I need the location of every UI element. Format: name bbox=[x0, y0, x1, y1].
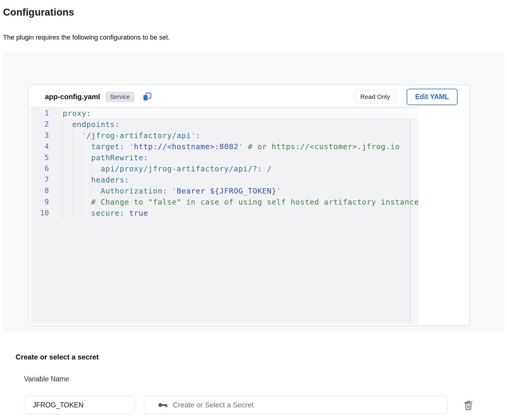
indent-guide bbox=[63, 197, 63, 208]
trash-icon-glyph bbox=[463, 400, 473, 410]
variable-name-label: Variable Name bbox=[24, 375, 507, 383]
line-number: 7 bbox=[31, 174, 62, 185]
code-line: 5pathRewrite: bbox=[31, 152, 419, 163]
indent-guide bbox=[91, 163, 91, 174]
key-icon bbox=[158, 402, 168, 408]
code-line: 3'/jfrog-artifactory/api': bbox=[31, 130, 419, 141]
page-title: Configurations bbox=[3, 7, 507, 18]
indent-guide bbox=[72, 130, 73, 141]
code-line: 6api/proxy/jfrog-artifactory/api/?: / bbox=[31, 163, 419, 174]
code-line: 7headers: bbox=[31, 174, 419, 185]
code-line: 9# Change to "false" in case of using se… bbox=[31, 197, 419, 208]
yaml-card-header: app-config.yaml Service Read Only Edit Y… bbox=[29, 85, 470, 107]
line-number: 9 bbox=[31, 197, 62, 208]
secret-input-placeholder: Create or Select a Secret bbox=[173, 401, 254, 409]
indent-guide bbox=[82, 152, 82, 163]
indent-guide bbox=[63, 152, 63, 163]
secret-section-heading: Create or select a secret bbox=[16, 353, 507, 361]
indent-guide bbox=[72, 208, 73, 219]
code-line: 8Authorization: 'Bearer ${JFROG_TOKEN}' bbox=[31, 185, 419, 197]
line-content: # Change to "false" in case of using sel… bbox=[63, 197, 419, 208]
service-badge: Service bbox=[105, 92, 135, 102]
line-content: '/jfrog-artifactory/api': bbox=[63, 130, 419, 141]
indent-guide bbox=[63, 174, 63, 185]
yaml-code-editor[interactable]: 1proxy:2endpoints:3'/jfrog-artifactory/a… bbox=[31, 107, 419, 324]
line-content: endpoints: bbox=[63, 119, 419, 130]
indent-guide bbox=[63, 141, 63, 152]
copy-icon[interactable] bbox=[142, 92, 152, 102]
indent-guide bbox=[72, 163, 73, 174]
indent-guide bbox=[82, 197, 82, 208]
editor-lines: 1proxy:2endpoints:3'/jfrog-artifactory/a… bbox=[31, 107, 419, 219]
variable-name-input[interactable]: JFROG_TOKEN bbox=[24, 396, 135, 414]
yaml-file-card: app-config.yaml Service Read Only Edit Y… bbox=[28, 85, 470, 326]
indent-guide bbox=[72, 141, 73, 152]
line-number: 4 bbox=[31, 141, 62, 152]
indent-guide bbox=[63, 208, 63, 219]
line-number: 6 bbox=[31, 163, 62, 174]
line-number: 8 bbox=[31, 185, 62, 197]
code-line: 10secure: true bbox=[31, 208, 419, 219]
line-content: proxy: bbox=[63, 108, 419, 119]
indent-guide bbox=[82, 208, 82, 219]
indent-guide bbox=[72, 152, 73, 163]
indent-guide bbox=[63, 119, 63, 130]
file-name: app-config.yaml bbox=[45, 93, 100, 101]
secret-inputs-row: JFROG_TOKEN Create or Select a Secret bbox=[24, 396, 507, 414]
page-description: The plugin requires the following config… bbox=[3, 34, 507, 41]
configurations-page: Configurations The plugin requires the f… bbox=[0, 0, 507, 420]
line-number: 1 bbox=[31, 108, 62, 119]
copy-icon-glyph bbox=[143, 92, 152, 101]
line-content: headers: bbox=[63, 174, 419, 185]
code-line: 1proxy: bbox=[31, 108, 419, 119]
indent-guide bbox=[72, 197, 73, 208]
secret-select-input[interactable]: Create or Select a Secret bbox=[144, 396, 447, 414]
indent-guide bbox=[72, 185, 73, 197]
indent-guide bbox=[82, 163, 82, 174]
line-content: target: 'http://<hostname>:8082' # or ht… bbox=[63, 141, 419, 152]
line-content: api/proxy/jfrog-artifactory/api/?: / bbox=[63, 163, 419, 174]
line-number: 3 bbox=[31, 130, 62, 141]
line-content: secure: true bbox=[63, 208, 419, 219]
indent-guide bbox=[82, 185, 82, 197]
line-number: 10 bbox=[31, 208, 62, 219]
indent-guide bbox=[82, 141, 82, 152]
indent-guide bbox=[63, 163, 63, 174]
indent-guide bbox=[72, 174, 73, 185]
variable-name-value: JFROG_TOKEN bbox=[33, 401, 84, 409]
code-line: 2endpoints: bbox=[31, 119, 419, 130]
indent-guide bbox=[82, 174, 82, 185]
line-number: 2 bbox=[31, 119, 62, 130]
indent-guide bbox=[63, 185, 63, 197]
line-number: 5 bbox=[31, 152, 62, 163]
edit-yaml-button[interactable]: Edit YAML bbox=[407, 89, 458, 105]
read-only-button[interactable]: Read Only bbox=[355, 90, 395, 103]
config-panel: app-config.yaml Service Read Only Edit Y… bbox=[3, 51, 504, 332]
line-content: pathRewrite: bbox=[63, 152, 419, 163]
trash-icon[interactable] bbox=[462, 398, 475, 412]
code-line: 4target: 'http://<hostname>:8082' # or h… bbox=[31, 141, 419, 152]
line-content: Authorization: 'Bearer ${JFROG_TOKEN}' bbox=[63, 185, 419, 197]
indent-guide bbox=[63, 130, 63, 141]
indent-guide bbox=[91, 185, 91, 197]
